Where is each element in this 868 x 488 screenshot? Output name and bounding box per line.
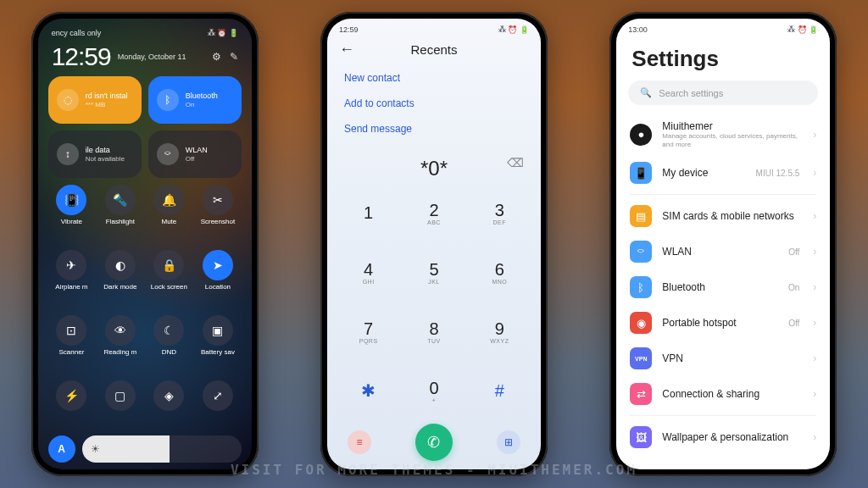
backspace-icon[interactable]: ⌫ xyxy=(507,156,524,169)
key-letters: JKL xyxy=(428,279,440,285)
toggle-icon: 🔒 xyxy=(153,250,184,280)
toggle-flashlight[interactable]: 🔦Flashlight xyxy=(97,185,144,247)
quick-toggles-grid: 📳Vibrate🔦Flashlight🔔Mute✂Screenshot✈Airp… xyxy=(48,185,242,432)
bluetooth-icon: ᛒ xyxy=(157,89,179,111)
row-bluetooth[interactable]: ᛒBluetoothOn› xyxy=(616,269,830,305)
key-letters: PQRS xyxy=(359,338,378,344)
toggle-extra-12[interactable]: ⚡ xyxy=(48,380,96,432)
auto-brightness-button[interactable]: A xyxy=(48,435,75,463)
chevron-right-icon: › xyxy=(813,281,816,293)
toggle-airplane-m[interactable]: ✈Airplane m xyxy=(48,250,96,312)
device-icon: 📱 xyxy=(630,162,652,184)
key-number: 1 xyxy=(364,203,373,223)
key-7[interactable]: 7PQRS xyxy=(336,302,401,362)
row-label: My device xyxy=(662,167,745,179)
row-label: Connection & sharing xyxy=(662,388,803,400)
menu-button[interactable]: ≡ xyxy=(348,430,371,454)
carrier-text: ency calls only xyxy=(52,29,102,37)
toggle-vibrate[interactable]: 📳Vibrate xyxy=(48,185,96,247)
status-icons: ⁂ ⏰ 🔋 xyxy=(498,25,529,34)
key-8[interactable]: 8TUV xyxy=(401,302,466,362)
key-1[interactable]: 1 xyxy=(336,184,401,243)
toggle-extra-15[interactable]: ⤢ xyxy=(194,380,242,432)
toggle-icon: ◐ xyxy=(105,250,136,280)
sim-icon: ▤ xyxy=(630,205,652,227)
toggle-dnd[interactable]: ☾DND xyxy=(146,315,193,377)
row-account[interactable]: ● Miuithemer Manage accounts, cloud serv… xyxy=(616,114,830,155)
toggle-reading-m[interactable]: 👁Reading m xyxy=(97,315,144,377)
toggle-lock-screen[interactable]: 🔒Lock screen xyxy=(146,250,193,312)
brightness-slider[interactable]: ☀ xyxy=(82,435,242,463)
key-2[interactable]: 2ABC xyxy=(401,184,466,243)
toggle-location[interactable]: ➤Location xyxy=(194,250,242,312)
key-3[interactable]: 3DEF xyxy=(467,184,532,243)
settings-gear-icon[interactable]: ⚙ xyxy=(212,51,221,63)
account-sub: Manage accounts, cloud services, payment… xyxy=(662,132,803,148)
search-input[interactable]: 🔍 Search settings xyxy=(628,80,818,105)
key-letters: TUV xyxy=(427,338,441,344)
dialer-screen: 12:59 ⁂ ⏰ 🔋 ← Recents New contact Add to… xyxy=(327,19,541,469)
row-wallpaper-personalization[interactable]: 🖼Wallpaper & personalization› xyxy=(616,419,830,455)
page-title: Recents xyxy=(327,42,541,57)
link-new-contact[interactable]: New contact xyxy=(344,65,524,91)
wall-icon: 🖼 xyxy=(630,426,652,448)
key-#[interactable]: # xyxy=(467,361,532,420)
toggle-scanner[interactable]: ⊡Scanner xyxy=(48,315,96,377)
row-label: Portable hotspot xyxy=(662,317,778,329)
chevron-right-icon: › xyxy=(813,129,816,141)
row-connection-sharing[interactable]: ⇄Connection & sharing› xyxy=(616,376,830,412)
toggle-mute[interactable]: 🔔Mute xyxy=(146,185,193,247)
tile-mobile-data[interactable]: ↕ ile data Not available xyxy=(48,130,142,178)
toggle-dark-mode[interactable]: ◐Dark mode xyxy=(97,250,144,312)
tile-bluetooth[interactable]: ᛒ Bluetooth On xyxy=(148,76,242,124)
avatar-icon: ● xyxy=(630,124,652,146)
key-9[interactable]: 9WXYZ xyxy=(467,302,532,362)
row-label: Wallpaper & personalization xyxy=(662,431,803,443)
dialpad-toggle[interactable]: ⊞ xyxy=(497,430,520,454)
phone-frame-2: 12:59 ⁂ ⏰ 🔋 ← Recents New contact Add to… xyxy=(320,12,548,476)
wifi-icon: ⌔ xyxy=(157,143,179,165)
settings-list: ● Miuithemer Manage accounts, cloud serv… xyxy=(616,114,830,469)
toggle-label: Reading m xyxy=(104,348,137,356)
toggle-icon: ✈ xyxy=(56,250,86,280)
toggle-label: Flashlight xyxy=(106,218,135,225)
chevron-right-icon: › xyxy=(813,167,816,179)
row-vpn[interactable]: VPNVPN› xyxy=(616,341,830,376)
key-0[interactable]: 0+ xyxy=(401,361,466,420)
chevron-right-icon: › xyxy=(813,431,816,443)
toggle-icon: ⤢ xyxy=(203,380,233,411)
key-number: 8 xyxy=(429,319,438,339)
chevron-right-icon: › xyxy=(813,246,816,258)
key-number: 7 xyxy=(364,319,373,339)
key-number: 4 xyxy=(364,260,373,280)
toggle-extra-14[interactable]: ◈ xyxy=(146,380,193,432)
row-portable-hotspot[interactable]: ◉Portable hotspotOff› xyxy=(616,305,830,341)
key-letters: GHI xyxy=(363,279,375,285)
dial-display: *0* ⌫ xyxy=(327,141,541,184)
row-sim-cards-mobile-networks[interactable]: ▤SIM cards & mobile networks› xyxy=(616,198,830,234)
row-my-device[interactable]: 📱My deviceMIUI 12.5.5› xyxy=(616,155,830,191)
tile-sub: Not available xyxy=(86,155,125,164)
edit-icon[interactable]: ✎ xyxy=(230,51,238,63)
search-icon: 🔍 xyxy=(640,87,652,98)
toggle-icon: ☾ xyxy=(153,315,184,346)
key-letters: WXYZ xyxy=(490,338,509,344)
keypad: 12ABC3DEF4GHI5JKL6MNO7PQRS8TUV9WXYZ✱0+# xyxy=(327,184,541,420)
key-5[interactable]: 5JKL xyxy=(401,243,466,302)
key-✱[interactable]: ✱ xyxy=(336,361,401,420)
tile-storage[interactable]: ◌ rd isn't instal *** MB xyxy=(48,76,142,124)
key-4[interactable]: 4GHI xyxy=(336,243,401,302)
toggle-battery-sav[interactable]: ▣Battery sav xyxy=(194,315,242,377)
row-wlan[interactable]: ⌔WLANOff› xyxy=(616,234,830,269)
tile-sub: On xyxy=(186,101,218,109)
row-label: SIM cards & mobile networks xyxy=(662,210,803,222)
toggle-extra-13[interactable]: ▢ xyxy=(97,380,144,432)
link-add-to-contacts[interactable]: Add to contacts xyxy=(344,91,524,116)
key-6[interactable]: 6MNO xyxy=(467,243,532,302)
toggle-screenshot[interactable]: ✂Screenshot xyxy=(194,185,242,247)
toggle-label: Vibrate xyxy=(61,218,82,225)
call-button[interactable]: ✆ xyxy=(415,424,453,461)
tile-wlan[interactable]: ⌔ WLAN Off xyxy=(148,130,242,178)
chevron-right-icon: › xyxy=(813,317,816,329)
link-send-message[interactable]: Send message xyxy=(344,116,524,141)
